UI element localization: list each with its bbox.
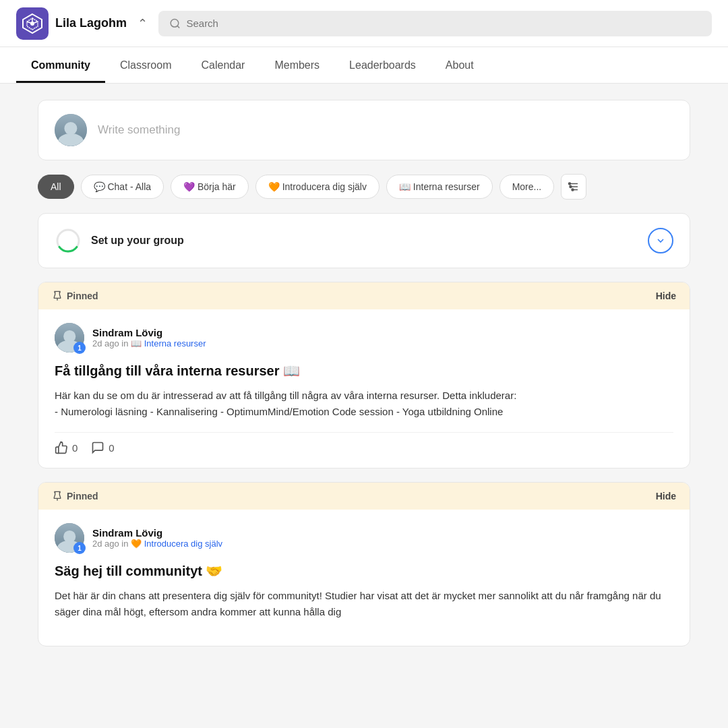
pin-icon-2 <box>52 491 63 502</box>
tab-about[interactable]: About <box>431 47 489 83</box>
post-author-avatar-2: 1 <box>55 523 84 553</box>
app-name: Lila Lagohm <box>55 16 127 30</box>
chip-more[interactable]: More... <box>499 175 555 199</box>
post-meta-2: 2d ago in 🧡 Introducera dig själv <box>92 539 222 549</box>
post-channel-link-1[interactable]: 📖 Interna resurser <box>131 338 206 348</box>
author-badge-1: 1 <box>73 342 86 354</box>
author-info-1: Sindram Lövig 2d ago in 📖 Interna resurs… <box>92 327 206 348</box>
setup-expand-button[interactable] <box>648 228 673 253</box>
chip-interna[interactable]: 📖 Interna resurser <box>386 175 493 199</box>
post-channel-link-2[interactable]: 🧡 Introducera dig själv <box>131 539 222 549</box>
write-placeholder: Write something <box>98 123 181 137</box>
logo-icon <box>16 7 49 40</box>
write-something-box[interactable]: Write something <box>38 100 690 160</box>
author-badge-2: 1 <box>73 542 86 554</box>
tab-leaderboards[interactable]: Leaderboards <box>334 47 431 83</box>
nav-tabs: Community Classroom Calendar Members Lea… <box>0 47 728 84</box>
logo-wrap[interactable]: Lila Lagohm <box>16 7 127 40</box>
comment-button-1[interactable]: 0 <box>91 441 114 454</box>
chip-introducera[interactable]: 🧡 Introducera dig själv <box>255 175 380 199</box>
svg-point-10 <box>569 183 571 185</box>
workspace-switcher[interactable]: ⌃ <box>138 16 148 31</box>
post-card-1: Pinned Hide 1 Sindram Lövig 2d ago in 📖 … <box>38 282 690 468</box>
search-input[interactable] <box>186 18 701 29</box>
post-card-2: Pinned Hide 1 Sindram Lövig 2d ago in 🧡 … <box>38 482 690 646</box>
post-title-1: Få tillgång till våra interna resurser 📖 <box>55 362 673 380</box>
chip-borja-har[interactable]: 💜 Börja här <box>171 175 249 199</box>
search-icon <box>169 18 181 30</box>
search-bar[interactable] <box>158 11 712 36</box>
chip-all[interactable]: All <box>38 175 74 199</box>
post-author-row-1: 1 Sindram Lövig 2d ago in 📖 Interna resu… <box>55 323 673 353</box>
tab-calendar[interactable]: Calendar <box>186 47 260 83</box>
setup-group-card: Set up your group <box>38 213 690 268</box>
comment-icon <box>91 441 104 454</box>
hide-button-1[interactable]: Hide <box>656 291 676 301</box>
svg-point-11 <box>570 186 572 188</box>
filter-chips: All 💬 Chat - Alla 💜 Börja här 🧡 Introduc… <box>38 174 690 200</box>
post-text-2: Det här är din chans att presentera dig … <box>55 588 673 620</box>
like-count-1: 0 <box>72 442 78 454</box>
post-body-1: 1 Sindram Lövig 2d ago in 📖 Interna resu… <box>38 309 690 468</box>
pinned-label-2: Pinned <box>52 491 98 502</box>
chevron-down-icon <box>655 235 666 246</box>
svg-point-12 <box>572 189 574 191</box>
post-pinned-bar-2: Pinned Hide <box>38 483 690 510</box>
like-icon <box>55 441 68 454</box>
setup-left: Set up your group <box>55 227 184 254</box>
post-body-2: 1 Sindram Lövig 2d ago in 🧡 Introducera … <box>38 510 690 646</box>
setup-title: Set up your group <box>91 235 184 247</box>
post-actions-1: 0 0 <box>55 432 673 454</box>
post-pinned-bar-1: Pinned Hide <box>38 282 690 309</box>
post-title-2: Säg hej till communityt 🤝 <box>55 562 673 580</box>
main-content: Write something All 💬 Chat - Alla 💜 Börj… <box>27 84 701 676</box>
filter-icon <box>568 181 580 193</box>
post-author-avatar-1: 1 <box>55 323 84 353</box>
author-info-2: Sindram Lövig 2d ago in 🧡 Introducera di… <box>92 527 222 549</box>
post-author-row-2: 1 Sindram Lövig 2d ago in 🧡 Introducera … <box>55 523 673 553</box>
header: Lila Lagohm ⌃ <box>0 0 728 47</box>
hide-button-2[interactable]: Hide <box>656 491 676 502</box>
tab-community[interactable]: Community <box>16 47 105 83</box>
tab-members[interactable]: Members <box>260 47 334 83</box>
comment-count-1: 0 <box>109 442 114 454</box>
filter-settings-button[interactable] <box>561 174 586 200</box>
current-user-avatar <box>55 114 87 146</box>
like-button-1[interactable]: 0 <box>55 441 78 454</box>
tab-classroom[interactable]: Classroom <box>105 47 186 83</box>
author-name-2: Sindram Lövig <box>92 527 222 539</box>
chip-chat-alla[interactable]: 💬 Chat - Alla <box>81 175 164 199</box>
pinned-label-1: Pinned <box>52 291 98 301</box>
author-name-1: Sindram Lövig <box>92 327 206 338</box>
post-meta-1: 2d ago in 📖 Interna resurser <box>92 338 206 348</box>
pin-icon <box>52 291 63 301</box>
svg-point-6 <box>171 19 179 27</box>
progress-ring-icon <box>55 227 82 254</box>
post-text-1: Här kan du se om du är intresserad av at… <box>55 388 673 420</box>
